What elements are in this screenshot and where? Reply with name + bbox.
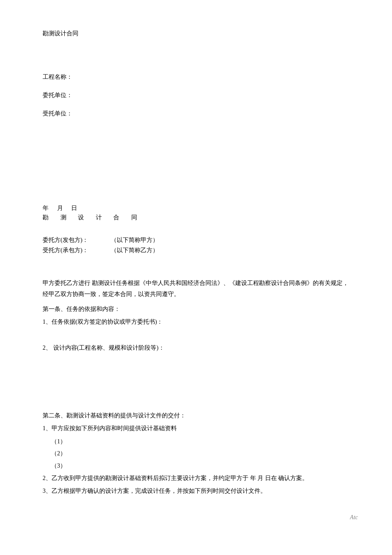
clause2-title: 2、 设计内容(工程名称、规模和设计阶段等)： bbox=[43, 342, 349, 354]
page-container: 勘测设计合同 工程名称： 委托单位： 受托单位： 年 月 日 勘 测 设 计 合… bbox=[0, 0, 392, 555]
entrusted-line: 受托单位： bbox=[43, 108, 349, 119]
clause2-2: 2、乙方收到甲方提供的勘测设计基础资料后拟订主要设计方案，并约定甲方于 年 月 … bbox=[43, 473, 349, 484]
clause1-title: 1、任务依据(双方签定的协议或甲方委托书)： bbox=[43, 316, 349, 328]
spacer-7 bbox=[43, 381, 349, 407]
clause2-3: 3、乙方根据甲方确认的设计方案，完成设计任务，并按如下所列时间交付设计文件。 bbox=[43, 486, 349, 497]
party-client-note: （以下简称甲方） bbox=[111, 236, 159, 244]
clause2-1: 1、甲方应按如下所列内容和时间提供设计基础资料 bbox=[43, 423, 349, 434]
spacer-5 bbox=[43, 330, 349, 342]
date-section: 年 月 日 勘 测 设 计 合 同 bbox=[43, 204, 349, 221]
contract-title: 勘 测 设 计 合 同 bbox=[43, 214, 349, 221]
project-info-section: 工程名称： 委托单位： 受托单位： bbox=[43, 72, 349, 119]
party-section: 委托方(发包方)： （以下简称甲方） 受托方(承包方)： （以下简称乙方） bbox=[43, 236, 349, 254]
section1-title: 第一条、任务的依据和内容： bbox=[43, 304, 349, 315]
body-section: 甲方委托乙方进行 勘测设计任务根据《中华人民共和国经济合同法》、《建设工程勘察设… bbox=[43, 278, 349, 497]
spacer-3 bbox=[43, 230, 349, 236]
spacer-2 bbox=[43, 179, 349, 204]
document-header-title: 勘测设计合同 bbox=[43, 30, 349, 37]
party-client-line: 委托方(发包方)： （以下简称甲方） bbox=[43, 236, 349, 244]
sub-item-3: （3） bbox=[51, 460, 349, 472]
client-line: 委托单位： bbox=[43, 90, 349, 101]
section2-title: 第二条、勘测设计基础资料的提供与设计文件的交付： bbox=[43, 410, 349, 422]
watermark: Atc bbox=[350, 514, 358, 521]
intro-paragraph: 甲方委托乙方进行 勘测设计任务根据《中华人民共和国经济合同法》、《建设工程勘察设… bbox=[43, 278, 349, 300]
spacer-1 bbox=[43, 153, 349, 179]
party-entrusted-line: 受托方(承包方)： （以下简称乙方） bbox=[43, 247, 349, 254]
sub-item-2: （2） bbox=[51, 448, 349, 460]
party-entrusted-label: 受托方(承包方)： bbox=[43, 247, 111, 254]
spacer-6 bbox=[43, 356, 349, 381]
project-name-line: 工程名称： bbox=[43, 72, 349, 82]
party-entrusted-note: （以下简称乙方） bbox=[111, 247, 159, 254]
date-line: 年 月 日 bbox=[43, 204, 349, 212]
spacer-4 bbox=[43, 263, 349, 269]
sub-item-1: （1） bbox=[51, 436, 349, 448]
party-client-label: 委托方(发包方)： bbox=[43, 236, 111, 244]
